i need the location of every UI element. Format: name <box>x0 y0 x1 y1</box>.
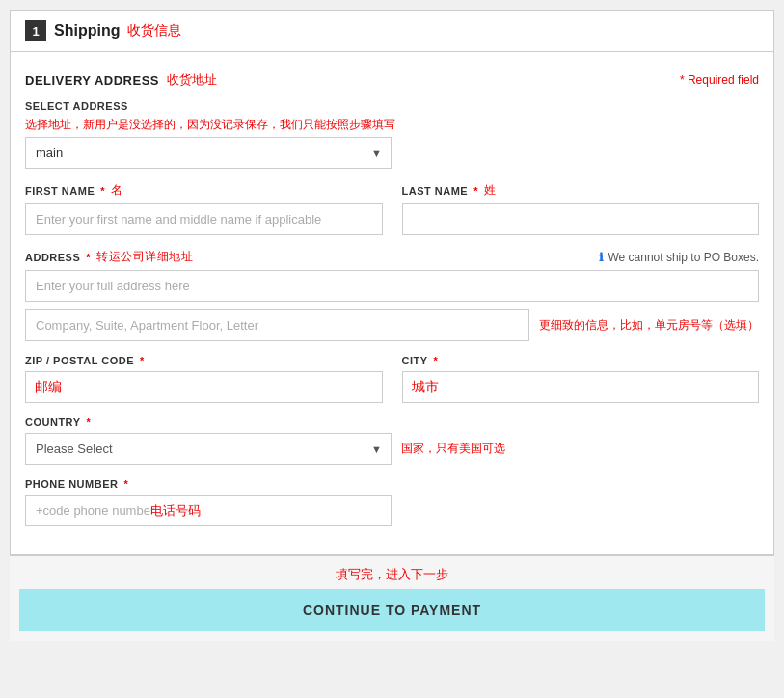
info-icon: ℹ <box>599 251 604 264</box>
first-name-input[interactable] <box>25 203 383 235</box>
last-name-label: LAST NAME* 姓 <box>402 182 760 199</box>
address-line1-row <box>25 270 759 302</box>
step-badge: 1 <box>25 20 46 41</box>
delivery-title: DELIVERY ADDRESS 收货地址 <box>25 71 217 89</box>
name-row: FIRST NAME* 名 LAST NAME* 姓 <box>25 182 759 235</box>
delivery-title-cn: 收货地址 <box>167 71 217 89</box>
phone-section: PHONE NUMBER* 电话号码 <box>25 478 759 526</box>
country-dropdown[interactable]: Please Select United States <box>25 433 392 465</box>
phone-input[interactable] <box>25 495 392 526</box>
po-warning: ℹ We cannot ship to PO Boxes. <box>599 251 759 264</box>
phone-row: 电话号码 <box>25 495 759 526</box>
select-address-label: SELECT ADDRESS <box>25 100 759 112</box>
last-name-cn: 姓 <box>484 182 497 199</box>
address-label-group: ADDRESS* 转运公司详细地址 <box>25 249 193 265</box>
address-line2-annotation: 更细致的信息，比如，单元房号等（选填） <box>539 317 759 334</box>
required-field-label: * Required field <box>680 73 759 87</box>
country-row: Please Select United States ▼ 国家，只有美国可选 <box>25 433 759 465</box>
section-title-cn: 收货信息 <box>127 22 181 40</box>
country-label: COUNTRY* <box>25 416 759 428</box>
address-label: ADDRESS* 转运公司详细地址 <box>25 249 193 265</box>
zip-col: ZIP / POSTAL CODE* 邮编 <box>25 355 383 403</box>
zip-input[interactable] <box>25 371 383 403</box>
country-section: COUNTRY* Please Select United States ▼ 国… <box>25 416 759 465</box>
address-line1-input[interactable] <box>25 270 759 302</box>
zip-label: ZIP / POSTAL CODE* <box>25 355 383 366</box>
address-label-cn: 转运公司详细地址 <box>96 249 193 265</box>
last-name-input[interactable] <box>402 203 760 235</box>
phone-label: PHONE NUMBER* <box>25 478 759 490</box>
city-col: CITY* 城市 <box>402 355 760 403</box>
continue-note: 填写完，进入下一步 <box>19 566 765 583</box>
first-name-label: FIRST NAME* 名 <box>25 182 383 199</box>
city-input[interactable] <box>402 371 760 403</box>
zip-input-wrapper: 邮编 <box>25 371 383 403</box>
first-name-cn: 名 <box>111 182 123 199</box>
delivery-header: DELIVERY ADDRESS 收货地址 * Required field <box>25 71 759 89</box>
country-select-wrapper: Please Select United States ▼ <box>25 433 392 465</box>
select-address-dropdown[interactable]: main <box>25 137 392 169</box>
zip-city-row: ZIP / POSTAL CODE* 邮编 CITY* 城市 <box>25 355 759 403</box>
select-address-annotation: 选择地址，新用户是没选择的，因为没记录保存，我们只能按照步骤填写 <box>25 117 759 133</box>
address-header: ADDRESS* 转运公司详细地址 ℹ We cannot ship to PO… <box>25 249 759 265</box>
phone-input-wrapper: 电话号码 <box>25 495 392 526</box>
address-section: ADDRESS* 转运公司详细地址 ℹ We cannot ship to PO… <box>25 249 759 341</box>
first-name-col: FIRST NAME* 名 <box>25 182 383 235</box>
continue-section: 填写完，进入下一步 CONTINUE TO PAYMENT <box>10 555 774 641</box>
address-line2-input[interactable] <box>25 309 529 341</box>
country-annotation: 国家，只有美国可选 <box>401 441 505 457</box>
select-address-wrapper: main ▼ <box>25 137 392 169</box>
city-input-wrapper: 城市 <box>402 371 760 403</box>
section-title-en: Shipping <box>54 22 120 40</box>
delivery-title-en: DELIVERY ADDRESS <box>25 73 159 88</box>
city-label: CITY* <box>402 355 760 366</box>
last-name-col: LAST NAME* 姓 <box>402 182 760 235</box>
page-wrapper: 1 Shipping 收货信息 DELIVERY ADDRESS 收货地址 * … <box>10 10 774 641</box>
main-content: DELIVERY ADDRESS 收货地址 * Required field S… <box>10 52 774 555</box>
select-address-section: SELECT ADDRESS 选择地址，新用户是没选择的，因为没记录保存，我们只… <box>25 100 759 169</box>
address-line2-row: 更细致的信息，比如，单元房号等（选填） <box>25 309 759 341</box>
section-header: 1 Shipping 收货信息 <box>10 10 774 52</box>
continue-button[interactable]: CONTINUE TO PAYMENT <box>19 589 765 631</box>
